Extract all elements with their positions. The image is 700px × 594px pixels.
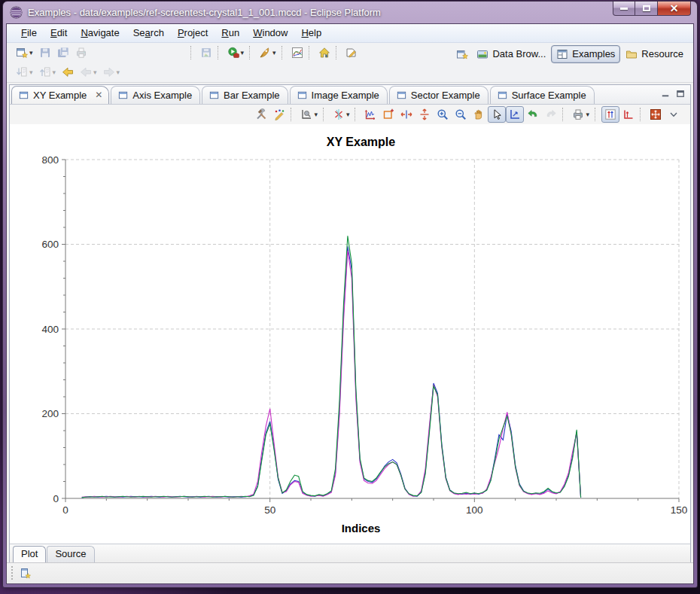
fit-vertical-button[interactable] — [415, 106, 434, 123]
dropdown-arrow-icon[interactable]: ▾ — [29, 69, 33, 76]
pointer-icon — [491, 108, 503, 120]
dropdown-arrow-icon[interactable]: ▾ — [346, 111, 350, 118]
open-plot-view-button[interactable] — [288, 44, 306, 61]
save-all-button — [54, 44, 72, 61]
menu-file[interactable]: File — [14, 25, 44, 41]
tab-plot[interactable]: Plot — [13, 546, 46, 562]
autoscale-button[interactable] — [361, 106, 379, 123]
rectangle-zoom-tool-button[interactable] — [506, 106, 524, 123]
annotate-button[interactable] — [342, 44, 361, 61]
menu-navigate[interactable]: Navigate — [74, 25, 126, 41]
tab-label: Axis Example — [132, 90, 192, 101]
axis-settings-button[interactable]: ▾ — [297, 106, 321, 123]
fastview-button[interactable] — [20, 567, 32, 579]
close-button[interactable]: ✕ — [657, 2, 691, 16]
pan-button[interactable] — [470, 106, 488, 123]
new-wizard-button[interactable]: ▾ — [13, 44, 36, 61]
tab-label: Surface Example — [512, 90, 586, 101]
back-icon — [80, 66, 92, 78]
last-edit-location-button[interactable] — [59, 64, 77, 81]
pointer-select-button[interactable] — [488, 106, 506, 123]
reset-full-range-button[interactable] — [647, 106, 665, 123]
edit-annotations-button[interactable] — [270, 106, 288, 123]
tab-window-icon — [497, 90, 508, 101]
dropdown-arrow-icon[interactable]: ▾ — [93, 69, 97, 76]
show-both-axes-button[interactable] — [601, 106, 619, 123]
persp-examples-icon — [556, 48, 568, 60]
perspective-data-brow-[interactable]: Data Brow... — [471, 45, 551, 63]
editor-maximize-button[interactable] — [674, 88, 687, 100]
xy-plot: 0501001500200400600800XY ExampleIndices — [10, 124, 690, 544]
hand-icon — [473, 108, 485, 120]
title-bar[interactable]: Examples - data/examples/ref-screentest-… — [3, 2, 697, 23]
zoom-in-icon — [437, 108, 449, 120]
zoom-box-button[interactable] — [379, 106, 397, 123]
tab-axis-example[interactable]: Axis Example — [111, 86, 200, 104]
tab-sector-example[interactable]: Sector Example — [389, 86, 488, 104]
tab-close-icon[interactable]: ✕ — [93, 90, 104, 100]
zoom-in-button[interactable] — [434, 106, 452, 123]
toolbar-separator — [309, 46, 313, 59]
remove-region-button[interactable]: ▾ — [330, 106, 353, 123]
configure-icon — [255, 108, 267, 120]
next-annotation-icon — [16, 66, 28, 78]
menu-window[interactable]: Window — [246, 25, 294, 41]
menu-help[interactable]: Help — [294, 25, 328, 41]
dropdown-arrow-icon[interactable]: ▾ — [241, 49, 245, 56]
perspective-resource[interactable]: Resource — [620, 45, 689, 63]
x-tick-label: 150 — [671, 504, 688, 516]
external-tools-button[interactable]: ▾ — [256, 44, 279, 61]
dropdown-arrow-icon[interactable]: ▾ — [29, 49, 33, 56]
minimize-button[interactable] — [613, 2, 635, 16]
perspective-examples[interactable]: Examples — [551, 45, 620, 63]
navigation-toolbar: ▾▾▾▾ — [7, 63, 693, 83]
save-icon — [39, 47, 51, 59]
configure-settings-button[interactable] — [252, 106, 270, 123]
plot-canvas[interactable]: 0501001500200400600800XY ExampleIndices — [10, 124, 690, 544]
series-3-line — [82, 236, 581, 498]
maximize-button[interactable] — [635, 2, 657, 16]
toolbar-separator — [336, 46, 340, 59]
dropdown-arrow-icon[interactable]: ▾ — [272, 49, 276, 56]
tab-surface-example[interactable]: Surface Example — [490, 86, 595, 104]
tab-source[interactable]: Source — [47, 546, 94, 562]
toolbar-separator — [218, 46, 222, 59]
window-title: Examples - data/examples/ref-screentest-… — [28, 7, 381, 18]
menu-run[interactable]: Run — [215, 25, 246, 41]
perspective-label: Data Brow... — [492, 48, 546, 59]
fit-horizontal-button[interactable] — [397, 106, 415, 123]
menu-search[interactable]: Search — [126, 25, 171, 41]
save-button — [36, 44, 54, 61]
editor-minimize-button[interactable] — [659, 88, 672, 100]
window-controls: ✕ — [613, 2, 691, 16]
external-tools-icon — [259, 47, 271, 59]
open-perspective-button[interactable] — [453, 46, 471, 62]
undo-icon — [527, 108, 539, 120]
fastview-icon — [20, 567, 32, 579]
tab-image-example[interactable]: Image Example — [290, 86, 388, 104]
view-menu-button[interactable] — [665, 106, 683, 123]
back-button: ▾ — [77, 64, 100, 81]
dropdown-arrow-icon[interactable]: ▾ — [314, 111, 318, 118]
x-axis-label: Indices — [342, 522, 381, 535]
dropdown-arrow-icon[interactable]: ▾ — [117, 69, 120, 76]
tab-label: Bar Example — [224, 90, 279, 101]
save-image-icon — [200, 47, 212, 59]
dropdown-arrow-icon[interactable]: ▾ — [586, 111, 589, 118]
menu-project[interactable]: Project — [171, 25, 215, 41]
home-button[interactable] — [315, 44, 333, 61]
y-tick-label: 600 — [41, 239, 59, 250]
zoom-out-button[interactable] — [452, 106, 470, 123]
zoom-out-icon — [455, 108, 467, 120]
run-button[interactable]: ▾ — [224, 44, 248, 61]
plot-source-tab-bar: PlotSource — [10, 544, 690, 562]
undo-button[interactable] — [524, 106, 542, 123]
menu-edit[interactable]: Edit — [44, 25, 74, 41]
zoom-rect-icon — [509, 108, 521, 120]
forward-button: ▾ — [100, 64, 123, 81]
print-plot-button[interactable]: ▾ — [569, 106, 592, 123]
dropdown-arrow-icon[interactable]: ▾ — [53, 69, 56, 76]
tab-bar-example[interactable]: Bar Example — [202, 86, 288, 104]
show-single-axis-button[interactable] — [619, 106, 638, 123]
tab-xy-example[interactable]: XY Example✕ — [11, 86, 109, 104]
